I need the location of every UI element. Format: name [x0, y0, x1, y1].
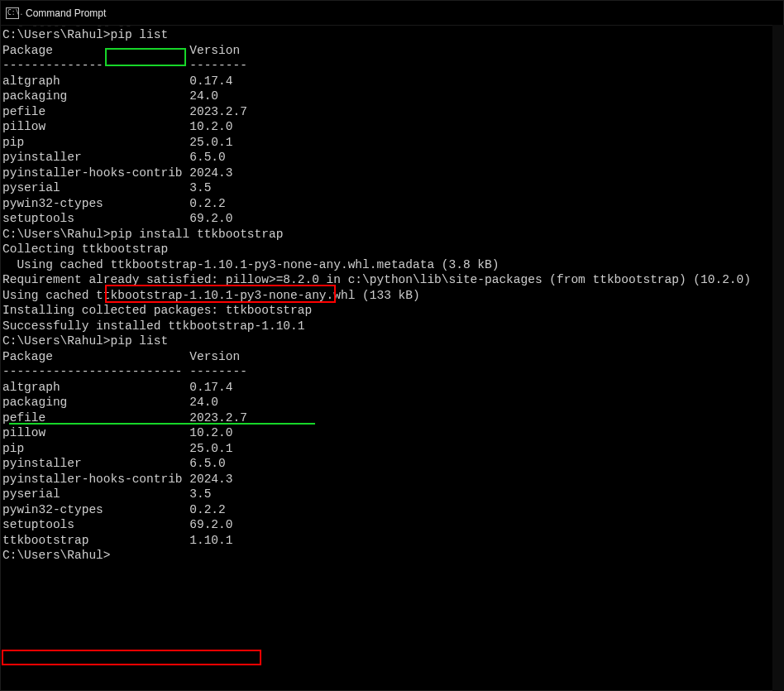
- partial-cropped-row: - ----- - -- --: [2, 26, 132, 34]
- package-version: 6.5.0: [189, 457, 226, 470]
- table-row: pyinstaller-hooks-contrib 2024.3: [2, 472, 783, 487]
- package-version: --------: [189, 59, 247, 72]
- package-name: ttkbootstrap: [2, 534, 189, 547]
- package-name: pip: [2, 136, 189, 149]
- table-row: ttkbootstrap 1.10.1: [2, 533, 783, 549]
- package-version: --------: [189, 365, 247, 378]
- table-row: pefile 2023.2.7: [2, 104, 783, 120]
- package-name: pefile: [2, 105, 189, 118]
- package-version: 0.17.4: [189, 74, 232, 88]
- package-version: 0.17.4: [189, 381, 232, 394]
- table-row: pyserial 3.5: [2, 180, 783, 196]
- package-name: pip: [2, 442, 189, 455]
- package-version: 24.0: [189, 396, 218, 409]
- package-name: pyinstaller-hooks-contrib: [2, 473, 189, 486]
- package-version: 69.2.0: [189, 518, 232, 531]
- package-version: 0.2.2: [189, 503, 226, 516]
- package-version: 2023.2.7: [189, 105, 247, 118]
- install-output-line: Requirement already satisfied: pillow>=8…: [2, 272, 783, 288]
- terminal-area[interactable]: - ----- - -- --C:\Users\Rahul>pip listPa…: [1, 26, 783, 690]
- table-row: pefile 2023.2.7: [2, 410, 783, 426]
- package-name: -------------------------: [2, 365, 189, 378]
- package-version: 2023.2.7: [189, 411, 247, 425]
- package-version: 1.10.1: [189, 534, 232, 547]
- install-output-line: Installing collected packages: ttkbootst…: [2, 303, 783, 319]
- cmd-icon: C:\.: [6, 7, 19, 19]
- command-prompt-window: C:\. Command Prompt - ----- - -- --C:\Us…: [0, 0, 784, 691]
- package-name: pillow: [2, 120, 189, 133]
- package-version: 10.2.0: [189, 426, 232, 439]
- package-version: 2024.3: [189, 166, 232, 180]
- table-row: packaging 24.0: [2, 89, 783, 104]
- install-output-line: Collecting ttkbootstrap: [2, 242, 783, 257]
- window-title: Command Prompt: [26, 7, 106, 19]
- package-version: 3.5: [189, 487, 211, 501]
- table-header: Package Version: [2, 43, 783, 59]
- table-row: setuptools 69.2.0: [2, 517, 783, 533]
- table-row: setuptools 69.2.0: [2, 211, 783, 227]
- prompt-line-3: C:\Users\Rahul>pip list: [2, 334, 783, 349]
- package-name: setuptools: [2, 518, 189, 531]
- table-row: pywin32-ctypes 0.2.2: [2, 502, 783, 518]
- package-name: -------------------------: [2, 59, 189, 72]
- package-name: pywin32-ctypes: [2, 503, 189, 516]
- table-row: altgraph 0.17.4: [2, 380, 783, 396]
- package-name: pyserial: [2, 181, 189, 194]
- package-version: 25.0.1: [189, 136, 232, 149]
- package-name: pyinstaller: [2, 151, 189, 164]
- package-version: 10.2.0: [189, 120, 232, 133]
- table-separator: ------------------------- --------: [2, 364, 783, 380]
- table-row: packaging 24.0: [2, 395, 783, 410]
- package-name: pyserial: [2, 487, 189, 501]
- table-row: pyserial 3.5: [2, 487, 783, 502]
- package-name: pyinstaller: [2, 457, 189, 470]
- package-version: 25.0.1: [189, 442, 232, 455]
- package-name: Package: [2, 350, 189, 363]
- package-name: pillow: [2, 426, 189, 439]
- table-header: Package Version: [2, 349, 783, 365]
- table-row: altgraph 0.17.4: [2, 74, 783, 89]
- package-version: 24.0: [189, 89, 218, 103]
- table-row: pillow 10.2.0: [2, 119, 783, 135]
- package-version: 2024.3: [189, 473, 232, 486]
- package-version: 0.2.2: [189, 197, 226, 210]
- table-row: pyinstaller 6.5.0: [2, 150, 783, 166]
- table-row: pip 25.0.1: [2, 135, 783, 151]
- vertical-scrollbar[interactable]: [772, 25, 784, 691]
- package-name: altgraph: [2, 381, 189, 394]
- prompt-line-4: C:\Users\Rahul>: [2, 548, 783, 564]
- prompt-line-2: C:\Users\Rahul>pip install ttkbootstrap: [2, 227, 783, 242]
- install-output-line: Successfully installed ttkbootstrap-1.10…: [2, 319, 783, 334]
- table-row: pillow 10.2.0: [2, 425, 783, 441]
- table-separator: ------------------------- --------: [2, 58, 783, 74]
- package-name: setuptools: [2, 212, 189, 225]
- titlebar[interactable]: C:\. Command Prompt: [1, 1, 783, 26]
- package-name: altgraph: [2, 74, 189, 88]
- table-row: pyinstaller-hooks-contrib 2024.3: [2, 166, 783, 181]
- package-version: 6.5.0: [189, 151, 226, 164]
- package-name: pefile: [2, 411, 189, 425]
- package-version: Version: [189, 350, 240, 363]
- install-output-line: Using cached ttkbootstrap-1.10.1-py3-non…: [2, 257, 783, 273]
- package-name: packaging: [2, 89, 189, 103]
- install-output-line: Using cached ttkbootstrap-1.10.1-py3-non…: [2, 288, 783, 304]
- package-version: Version: [189, 44, 240, 57]
- package-version: 69.2.0: [189, 212, 232, 225]
- table-row: pyinstaller 6.5.0: [2, 456, 783, 472]
- table-row: pywin32-ctypes 0.2.2: [2, 196, 783, 212]
- table-row: pip 25.0.1: [2, 441, 783, 457]
- package-name: pyinstaller-hooks-contrib: [2, 166, 189, 180]
- package-name: pywin32-ctypes: [2, 197, 189, 210]
- package-name: packaging: [2, 396, 189, 409]
- package-version: 3.5: [189, 181, 211, 194]
- package-name: Package: [2, 44, 189, 57]
